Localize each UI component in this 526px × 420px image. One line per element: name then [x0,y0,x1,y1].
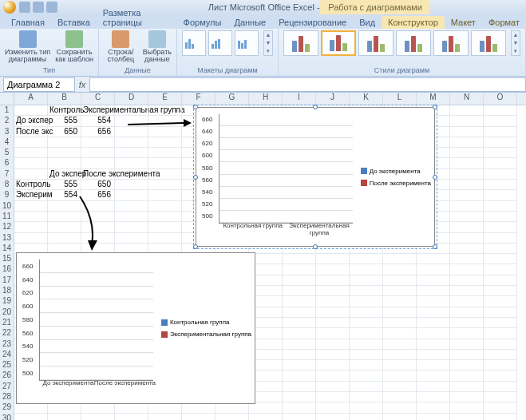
cell-E12[interactable] [148,222,182,232]
col-J[interactable]: J [316,93,350,105]
cell-B2[interactable]: 555 [48,116,81,126]
cell-K17[interactable] [350,275,383,286]
cell-L29[interactable] [383,402,417,413]
cell-D1[interactable] [115,105,148,116]
col-G[interactable]: G [216,93,249,105]
cell-I22[interactable] [283,328,316,339]
cell-A3[interactable]: После экс [14,127,48,137]
cell-M29[interactable] [417,402,450,413]
worksheet[interactable]: A B C D E F G H I J K L M N O 1КонтрольЭ… [0,93,526,420]
style-item[interactable] [396,30,431,56]
cell-B9[interactable]: 554 [48,190,81,200]
cell-K24[interactable] [350,350,383,360]
row-header[interactable]: 16 [0,264,14,275]
cell-J29[interactable] [316,402,350,413]
cell-I19[interactable] [283,296,316,307]
cell-K18[interactable] [350,286,383,296]
cell-N11[interactable] [450,212,484,222]
cell-N6[interactable] [450,158,484,168]
cell-O5[interactable] [484,148,517,158]
cell-O12[interactable] [484,222,517,232]
cell-N19[interactable] [450,296,484,307]
cell-E9[interactable] [148,190,182,200]
cell-L18[interactable] [383,286,417,296]
cell-B30[interactable] [48,414,81,420]
cell-E30[interactable] [148,414,182,420]
cell-M22[interactable] [417,328,450,339]
cell-K28[interactable] [350,392,383,402]
cell-N22[interactable] [450,328,484,339]
cell-N21[interactable] [450,318,484,328]
cell-J20[interactable] [316,307,350,318]
plot-area[interactable]: 500520540560580600620640660Контрольная г… [200,111,356,243]
cell-D2[interactable] [115,116,148,126]
cell-J30[interactable] [316,414,350,420]
cell-C29[interactable] [81,402,115,413]
cell-D8[interactable] [115,180,148,190]
tab-pagelayout[interactable]: Разметка страницы [97,6,177,29]
row-header[interactable]: 24 [0,350,14,360]
cell-O24[interactable] [484,350,517,360]
cell-O30[interactable] [484,414,517,420]
cell-J16[interactable] [316,264,350,275]
cell-N10[interactable] [450,201,484,212]
cell-K15[interactable] [350,254,383,264]
cell-L16[interactable] [383,264,417,275]
cell-O6[interactable] [484,158,517,168]
cell-O20[interactable] [484,307,517,318]
cell-J21[interactable] [316,318,350,328]
name-box[interactable]: Диаграмма 2 [3,77,75,92]
cell-H30[interactable] [249,414,283,420]
cell-A4[interactable] [14,137,48,148]
cell-J23[interactable] [316,339,350,350]
cell-O8[interactable] [484,180,517,190]
cell-D11[interactable] [115,212,148,222]
cell-D10[interactable] [115,201,148,212]
switch-rowcol-button[interactable]: Строка/столбец [104,30,138,64]
row-header[interactable]: 13 [0,233,14,244]
row-header[interactable]: 12 [0,222,14,232]
cell-A12[interactable] [14,222,48,232]
cell-J15[interactable] [316,254,350,264]
cell-N30[interactable] [450,414,484,420]
cell-J17[interactable] [316,275,350,286]
cell-N23[interactable] [450,339,484,350]
chart-object-1[interactable]: 500520540560580600620640660Контрольная г… [196,107,435,247]
cell-M27[interactable] [417,382,450,392]
cell-A9[interactable]: Эксперим [14,190,48,200]
row-header[interactable]: 4 [0,137,14,148]
row-header[interactable]: 2 [0,116,14,126]
cell-O16[interactable] [484,264,517,275]
cell-M23[interactable] [417,339,450,350]
cell-O13[interactable] [484,233,517,244]
cell-M16[interactable] [417,264,450,275]
col-E[interactable]: E [148,93,182,105]
cell-B8[interactable]: 555 [48,180,81,190]
cell-K20[interactable] [350,307,383,318]
cell-N26[interactable] [450,370,484,381]
cell-N18[interactable] [450,286,484,296]
redo-icon[interactable] [46,2,57,13]
cell-O26[interactable] [484,370,517,381]
cell-J18[interactable] [316,286,350,296]
cell-H29[interactable] [249,402,283,413]
cell-C6[interactable] [81,158,115,168]
cell-E1[interactable] [148,105,182,116]
cell-E4[interactable] [148,137,182,148]
cell-O3[interactable] [484,127,517,137]
save-icon[interactable] [19,2,30,13]
cell-D13[interactable] [115,233,148,244]
cell-O23[interactable] [484,339,517,350]
row-header[interactable]: 27 [0,382,14,392]
cell-C5[interactable] [81,148,115,158]
col-F[interactable]: F [182,93,216,105]
row-header[interactable]: 29 [0,402,14,413]
cell-C12[interactable] [81,222,115,232]
chart-legend[interactable]: До экспериментаПосле эксперимента [361,111,431,243]
cell-L24[interactable] [383,350,417,360]
cell-L19[interactable] [383,296,417,307]
cell-B5[interactable] [48,148,81,158]
cell-N5[interactable] [450,148,484,158]
layout-scroller[interactable]: ▲▼▾ [263,30,273,56]
cell-A1[interactable] [14,105,48,116]
